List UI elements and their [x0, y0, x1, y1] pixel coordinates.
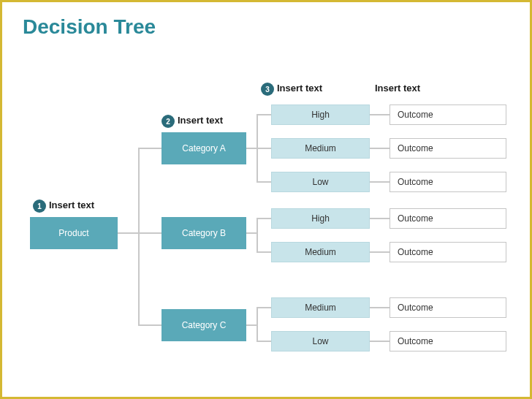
diagram-canvas: Decision Tree 1 Insert text 2 Insert tex… [2, 2, 530, 397]
connector [138, 148, 140, 326]
badge-3: 3 [261, 83, 274, 96]
connector [138, 148, 162, 149]
connector [256, 341, 271, 342]
connector [370, 251, 390, 253]
connector [370, 341, 390, 342]
outcome-a-high: Outcome [390, 104, 506, 125]
connector [256, 218, 258, 253]
connector [118, 232, 140, 234]
connector [256, 307, 258, 342]
page-title: Decision Tree [23, 15, 156, 39]
level-c-low: Low [271, 331, 370, 352]
level-b-medium: Medium [271, 242, 370, 262]
header-level1: Insert text [49, 200, 94, 210]
level-a-medium: Medium [271, 138, 370, 159]
connector [256, 218, 271, 219]
connector [256, 181, 271, 183]
level-c-medium: Medium [271, 297, 370, 318]
header-level4: Insert text [375, 83, 420, 94]
connector [370, 218, 390, 219]
level-a-high: High [271, 104, 370, 125]
outcome-a-medium: Outcome [390, 138, 506, 159]
outcome-b-high: Outcome [390, 208, 506, 229]
connector [256, 114, 271, 115]
connector [370, 148, 390, 149]
outcome-c-medium: Outcome [390, 297, 506, 318]
outcome-c-low: Outcome [390, 331, 506, 352]
connector [370, 114, 390, 115]
connector [256, 307, 271, 308]
connector [138, 232, 162, 234]
product-node: Product [30, 217, 118, 249]
badge-2: 2 [162, 115, 175, 128]
category-b-node: Category B [162, 217, 246, 249]
badge-1: 1 [33, 200, 46, 213]
level-a-low: Low [271, 172, 370, 192]
outcome-b-medium: Outcome [390, 242, 506, 262]
connector [256, 251, 271, 253]
connector [256, 148, 271, 149]
connector [370, 181, 390, 183]
category-a-node: Category A [162, 132, 246, 164]
connector [138, 324, 162, 326]
connector [370, 307, 390, 308]
category-c-node: Category C [162, 309, 246, 341]
header-level2: Insert text [178, 115, 223, 126]
header-level3: Insert text [277, 83, 322, 94]
outcome-a-low: Outcome [390, 172, 506, 192]
level-b-high: High [271, 208, 370, 229]
